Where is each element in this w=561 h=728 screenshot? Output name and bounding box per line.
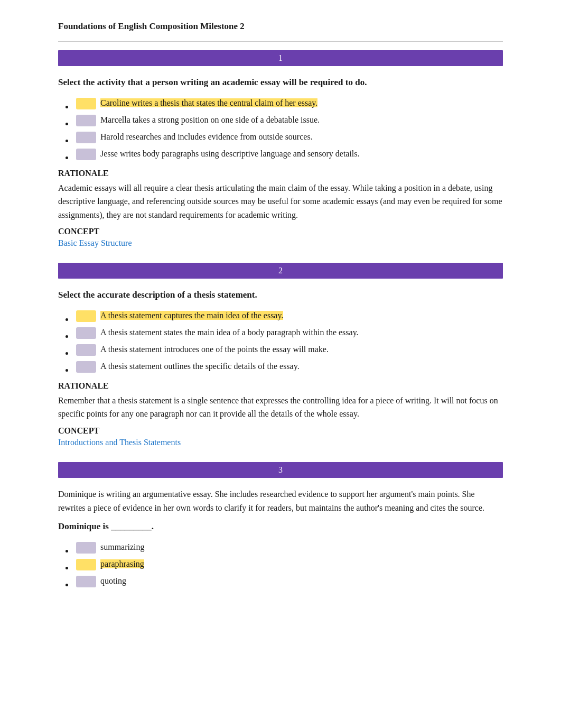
choice-selector-q2c4[interactable]: [76, 361, 96, 373]
choice-selector-q2c3[interactable]: [76, 344, 96, 356]
choice-text-q2c2: A thesis statement states the main idea …: [100, 326, 359, 339]
question-1-choices: Caroline writes a thesis that states the…: [74, 97, 503, 160]
choice-text-q2c1: A thesis statement captures the main ide…: [100, 309, 283, 322]
choice-selector-q2c2[interactable]: [76, 327, 96, 339]
choice-text-q1c3: Harold researches and includes evidence …: [100, 131, 313, 143]
question-3-intro: Dominique is writing an argumentative es…: [58, 487, 503, 514]
choice-text-q3c3: quoting: [100, 575, 126, 587]
list-item[interactable]: summarizing: [74, 541, 503, 554]
question-2-banner: 2: [58, 263, 503, 279]
concept-2-label: CONCEPT: [58, 426, 503, 436]
question-3-banner: 3: [58, 462, 503, 478]
list-item[interactable]: Caroline writes a thesis that states the…: [74, 97, 503, 109]
choice-text-q3c1: summarizing: [100, 541, 145, 554]
choice-text-q1c4: Jesse writes body paragraphs using descr…: [100, 148, 360, 160]
rationale-1-text: Academic essays will all require a clear…: [58, 181, 503, 222]
concept-2-link[interactable]: Introductions and Thesis Statements: [58, 438, 181, 447]
question-3: 3 Dominique is writing an argumentative …: [58, 462, 503, 587]
list-item[interactable]: A thesis statement introduces one of the…: [74, 343, 503, 356]
rationale-1-label: RATIONALE: [58, 169, 503, 178]
choice-text-q2c4: A thesis statement outlines the specific…: [100, 360, 300, 373]
rationale-2-text: Remember that a thesis statement is a si…: [58, 394, 503, 421]
list-item[interactable]: A thesis statement states the main idea …: [74, 326, 503, 339]
question-2: 2 Select the accurate description of a t…: [58, 263, 503, 457]
list-item[interactable]: Harold researches and includes evidence …: [74, 131, 503, 143]
divider-top: [58, 41, 503, 42]
list-item[interactable]: quoting: [74, 575, 503, 587]
list-item[interactable]: A thesis statement outlines the specific…: [74, 360, 503, 373]
choice-selector-q1c3[interactable]: [76, 132, 96, 143]
concept-1-link[interactable]: Basic Essay Structure: [58, 238, 132, 248]
question-3-choices: summarizing paraphrasing quoting: [74, 541, 503, 587]
page-title: Foundations of English Composition Miles…: [58, 21, 503, 32]
list-item[interactable]: A thesis statement captures the main ide…: [74, 309, 503, 322]
concept-1-label: CONCEPT: [58, 227, 503, 236]
question-1-text: Select the activity that a person writin…: [58, 76, 503, 89]
question-2-text: Select the accurate description of a the…: [58, 288, 503, 302]
list-item[interactable]: Marcella takes a strong position on one …: [74, 114, 503, 126]
question-2-choices: A thesis statement captures the main ide…: [74, 309, 503, 373]
choice-selector-q1c2[interactable]: [76, 115, 96, 126]
rationale-2-label: RATIONALE: [58, 381, 503, 391]
choice-selector-q3c1[interactable]: [76, 542, 96, 554]
choice-text-q3c2: paraphrasing: [100, 558, 144, 570]
choice-selector-q3c3[interactable]: [76, 576, 96, 587]
choice-text-q2c3: A thesis statement introduces one of the…: [100, 343, 329, 356]
question-3-fill-in: Dominique is _________.: [58, 520, 503, 533]
choice-selector-q3c2[interactable]: [76, 559, 96, 570]
question-1: 1 Select the activity that a person writ…: [58, 50, 503, 257]
choice-text-q1c2: Marcella takes a strong position on one …: [100, 114, 320, 126]
choice-text-q1c1: Caroline writes a thesis that states the…: [100, 97, 317, 109]
choice-selector-q1c4[interactable]: [76, 149, 96, 160]
list-item[interactable]: paraphrasing: [74, 558, 503, 570]
list-item[interactable]: Jesse writes body paragraphs using descr…: [74, 148, 503, 160]
question-1-banner: 1: [58, 50, 503, 66]
choice-selector-q1c1[interactable]: [76, 98, 96, 109]
choice-selector-q2c1[interactable]: [76, 310, 96, 322]
